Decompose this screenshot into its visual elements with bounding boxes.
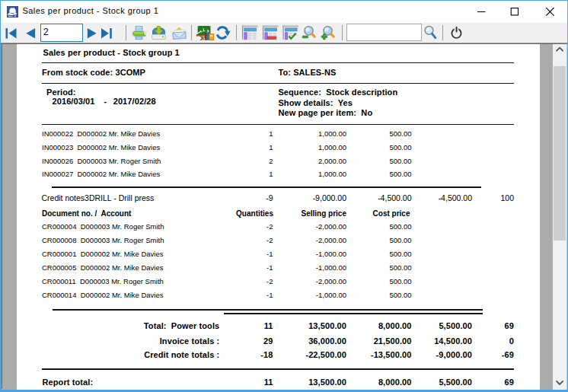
svg-text:s: s bbox=[14, 11, 16, 18]
